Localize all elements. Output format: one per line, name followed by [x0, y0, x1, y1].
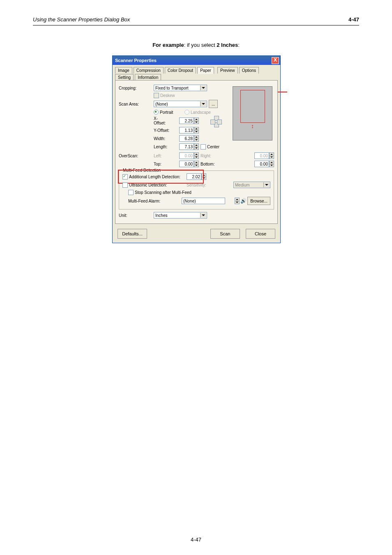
- preview-rect: [240, 90, 265, 123]
- os-top-spinner[interactable]: [194, 161, 199, 167]
- landscape-radio: [184, 110, 189, 115]
- chevron-down-icon: [200, 101, 206, 106]
- cropping-label: Cropping:: [119, 86, 154, 90]
- xoffset-input[interactable]: 2.25: [179, 117, 194, 124]
- tab-preview[interactable]: Preview: [217, 67, 238, 74]
- portrait-radio[interactable]: [154, 110, 159, 115]
- chevron-down-icon: [200, 213, 206, 218]
- os-left-input: 0.00: [179, 152, 194, 159]
- unit-select[interactable]: Inches: [154, 212, 207, 219]
- mfalarm-label: Multi-Feed Alarm:: [128, 199, 182, 203]
- os-bottom-label: Bottom:: [201, 162, 225, 166]
- stopscan-checkbox[interactable]: [128, 190, 134, 195]
- dialog-footer: Defaults... Scan Close: [113, 226, 280, 243]
- tab-compression[interactable]: Compression: [134, 67, 164, 74]
- overscan-label: OverScan:: [119, 154, 154, 158]
- page-number: 4-47: [0, 537, 392, 543]
- tab-information[interactable]: Information: [135, 74, 161, 81]
- os-top-input[interactable]: 0.00: [179, 161, 194, 167]
- defaults-button[interactable]: Defaults...: [118, 229, 147, 239]
- scanarea-more-button[interactable]: ...: [209, 100, 218, 108]
- chevron-down-icon: [263, 182, 270, 187]
- width-spinner[interactable]: [194, 135, 199, 142]
- preview-area: ↕: [233, 86, 272, 140]
- center-checkbox[interactable]: [201, 144, 206, 150]
- xoffset-spinner[interactable]: [194, 117, 199, 124]
- addlen-checkbox[interactable]: [122, 174, 128, 180]
- callout-line: [277, 92, 287, 92]
- tab-strip: Image Compression Color Dropout Paper Pr…: [113, 65, 280, 80]
- landscape-label: Landscape: [191, 110, 211, 115]
- offset-pad[interactable]: [210, 116, 222, 127]
- yoffset-label: Y-Offset:: [154, 128, 179, 133]
- page-header: Using the Scanner Properties Dialog Box …: [33, 16, 359, 25]
- scanarea-label: Scan Area:: [119, 102, 154, 106]
- yoffset-spinner[interactable]: [194, 127, 199, 134]
- portrait-label: Portrait: [160, 110, 184, 115]
- length-input[interactable]: 7.13: [179, 143, 194, 150]
- length-arrow-icon: ↕: [251, 123, 254, 129]
- paper-panel: ↕ Cropping: Fixed to Transport Deskew Sc: [115, 80, 278, 224]
- length-spinner[interactable]: [194, 143, 199, 150]
- length-label: Length:: [154, 145, 179, 149]
- width-label: Width:: [154, 136, 179, 141]
- unit-label: Unit:: [119, 213, 154, 218]
- window-titlebar: Scanner Properties X: [113, 56, 280, 65]
- tab-color-dropout[interactable]: Color Dropout: [165, 67, 196, 74]
- ultra-label: Ultrasonic Detection:: [129, 183, 187, 187]
- ultra-checkbox[interactable]: [122, 182, 128, 188]
- scan-button[interactable]: Scan: [210, 229, 240, 239]
- close-icon[interactable]: X: [272, 57, 279, 64]
- tab-setting[interactable]: Setting: [115, 74, 134, 81]
- screenshot-container: Scanner Properties X Image Compression C…: [112, 55, 280, 243]
- sens-label: Sensitivity:: [187, 183, 224, 187]
- center-label: Center: [207, 145, 219, 149]
- scanarea-select[interactable]: (None): [154, 101, 207, 107]
- mfalarm-value: (None): [182, 198, 225, 204]
- browse-button[interactable]: Browse...: [247, 197, 270, 205]
- stopscan-label: Stop Scanning after Multi-Feed: [135, 190, 191, 195]
- yoffset-input[interactable]: 1.13: [179, 127, 194, 134]
- alarm-spinner[interactable]: [235, 198, 240, 204]
- header-left: Using the Scanner Properties Dialog Box: [33, 16, 130, 23]
- addlen-spinner[interactable]: [201, 173, 206, 180]
- addlen-label: Additional Length Detection:: [129, 175, 187, 179]
- tab-image[interactable]: Image: [115, 67, 132, 74]
- speaker-icon[interactable]: 🔊: [240, 198, 247, 204]
- window-title: Scanner Properties: [115, 58, 157, 63]
- os-top-label: Top:: [154, 162, 179, 166]
- width-input[interactable]: 6.28: [179, 135, 194, 142]
- close-button[interactable]: Close: [246, 229, 275, 239]
- os-bottom-input[interactable]: 0.00: [254, 161, 269, 167]
- os-left-spinner: [194, 152, 199, 159]
- cropping-select[interactable]: Fixed to Transport: [154, 85, 207, 91]
- os-right-label: Right:: [201, 154, 225, 158]
- os-left-label: Left:: [154, 154, 179, 158]
- chevron-down-icon: [200, 85, 206, 90]
- sensitivity-select: Medium: [233, 182, 270, 188]
- tab-options[interactable]: Options: [239, 67, 259, 74]
- deskew-checkbox: [154, 93, 159, 98]
- scanner-properties-window: Scanner Properties X Image Compression C…: [112, 55, 281, 243]
- os-right-spinner: [269, 152, 274, 159]
- multifeed-group: Multi-Feed Detection Additional Length D…: [119, 170, 274, 210]
- mfd-title: Multi-Feed Detection: [122, 168, 162, 173]
- example-caption: For example: if you select 2 Inches:: [33, 42, 359, 48]
- os-bottom-spinner[interactable]: [269, 161, 274, 167]
- os-right-input: 0.00: [254, 152, 269, 159]
- header-right: 4-47: [348, 16, 359, 23]
- deskew-label: Deskew: [160, 93, 175, 98]
- tab-paper[interactable]: Paper: [197, 67, 214, 74]
- addlen-input[interactable]: 2.02: [187, 173, 201, 180]
